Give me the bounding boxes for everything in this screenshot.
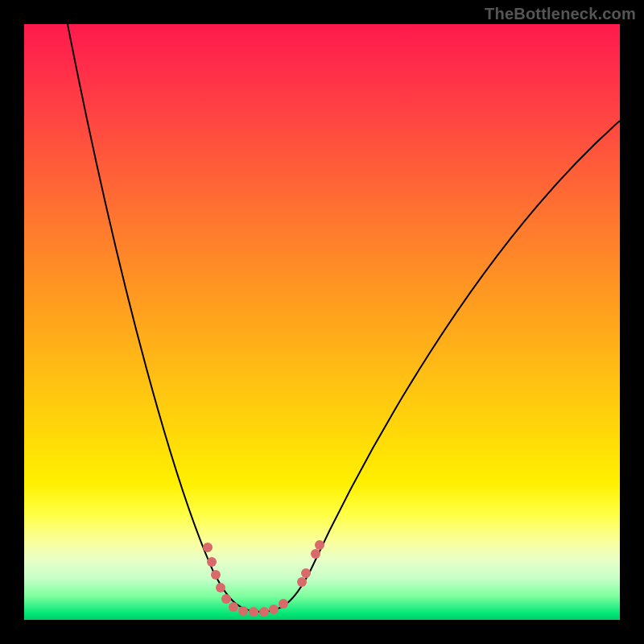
- marker-dot: [203, 543, 213, 552]
- marker-dot: [301, 568, 311, 578]
- marker-dot: [216, 583, 225, 592]
- marker-dot: [279, 599, 288, 609]
- chart-frame: [24, 24, 620, 620]
- marker-dot: [297, 577, 307, 587]
- marker-dot: [207, 557, 217, 567]
- marker-dot: [229, 602, 238, 612]
- marker-dot: [238, 606, 248, 616]
- bottleneck-chart: [24, 24, 620, 620]
- marker-dot: [259, 607, 269, 617]
- marker-dot: [269, 605, 279, 614]
- marker-dot: [249, 607, 258, 617]
- watermark-text: TheBottleneck.com: [485, 5, 636, 23]
- marker-dot: [315, 540, 324, 550]
- marker-dot: [221, 594, 231, 604]
- bottleneck-curve: [64, 24, 620, 612]
- marker-dot: [311, 549, 320, 559]
- marker-dot: [211, 570, 221, 580]
